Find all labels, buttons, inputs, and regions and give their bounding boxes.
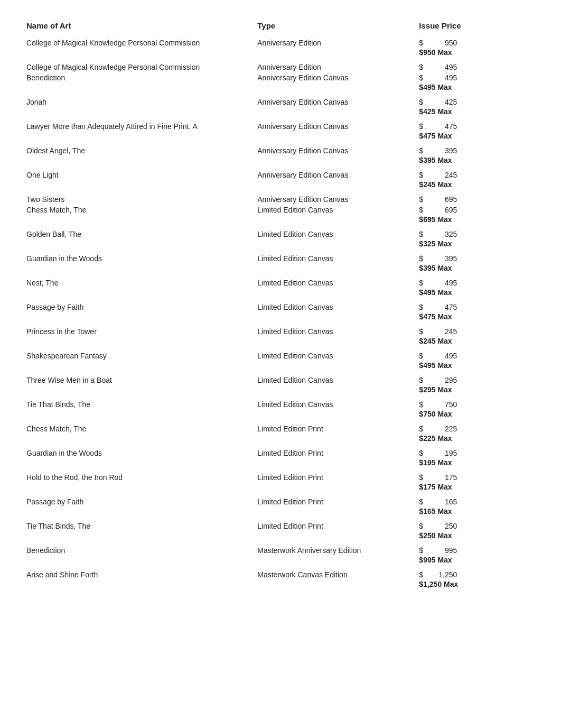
price-amount: 495	[431, 279, 457, 287]
price-amount: 950	[431, 39, 457, 47]
table-group: Guardian in the WoodsLimited Edition Pri…	[26, 448, 535, 467]
price-symbol: $	[419, 98, 425, 106]
table-group: Oldest Angel, TheAnniversary Edition Can…	[26, 145, 535, 164]
max-row: $750 Max	[26, 410, 535, 418]
price-symbol: $	[419, 73, 425, 82]
table-group: Three Wise Men in a BoatLimited Edition …	[26, 375, 535, 394]
art-type: Limited Edition Canvas	[257, 279, 419, 287]
max-label: $1,250 Max	[419, 580, 535, 588]
price-symbol: $	[419, 279, 425, 287]
price-symbol: $	[419, 352, 425, 360]
max-row: $325 Max	[26, 239, 535, 248]
max-label: $495 Max	[419, 361, 535, 370]
table-group: Passage by FaithLimited Edition Print$16…	[26, 496, 535, 515]
art-name: Tie That Binds, The	[26, 400, 257, 409]
price-cell: $995	[419, 546, 535, 555]
price-cell: $695	[419, 195, 535, 204]
table-group: Princess in the TowerLimited Edition Can…	[26, 326, 535, 345]
price-symbol: $	[419, 171, 425, 179]
price-cell: $195	[419, 449, 535, 457]
max-label: $395 Max	[419, 264, 535, 272]
price-amount: 395	[431, 146, 457, 155]
price-symbol: $	[419, 546, 425, 555]
header-type: Type	[257, 21, 419, 30]
art-name: One Light	[26, 171, 257, 179]
price-symbol: $	[419, 254, 425, 263]
max-label: $995 Max	[419, 556, 535, 564]
table-row: Hold to the Rod, the Iron RodLimited Edi…	[26, 472, 535, 483]
art-type: Anniversary Edition Canvas	[257, 146, 419, 155]
table-group: Two SistersAnniversary Edition Canvas$69…	[26, 194, 535, 224]
table-row: Lawyer More than Adequately Attired in F…	[26, 121, 535, 132]
price-cell: $495	[419, 73, 535, 82]
art-type: Anniversary Edition Canvas	[257, 73, 419, 82]
art-name: Chess Match, The	[26, 206, 257, 214]
table-body: College of Magical Knowledge Personal Co…	[26, 38, 535, 588]
art-type: Limited Edition Print	[257, 449, 419, 457]
max-row: $175 Max	[26, 483, 535, 491]
max-label: $495 Max	[419, 288, 535, 297]
max-label: $165 Max	[419, 507, 535, 515]
max-row: $995 Max	[26, 556, 535, 564]
art-name: Three Wise Men in a Boat	[26, 376, 257, 384]
table-row: Tie That Binds, TheLimited Edition Print…	[26, 521, 535, 531]
price-amount: 245	[431, 327, 457, 336]
art-name: Guardian in the Woods	[26, 254, 257, 263]
table-row: One LightAnniversary Edition Canvas$245	[26, 170, 535, 180]
price-amount: 225	[431, 425, 457, 433]
art-name: Tie That Binds, The	[26, 522, 257, 530]
max-label: $325 Max	[419, 239, 535, 248]
max-label: $695 Max	[419, 215, 535, 224]
art-type: Masterwork Canvas Edition	[257, 570, 419, 579]
price-symbol: $	[419, 63, 425, 71]
price-amount: 495	[431, 63, 457, 71]
price-cell: $325	[419, 230, 535, 238]
art-type: Limited Edition Print	[257, 425, 419, 433]
table-row: College of Magical Knowledge Personal Co…	[26, 62, 535, 72]
price-symbol: $	[419, 376, 425, 384]
max-label: $475 Max	[419, 312, 535, 321]
price-amount: 295	[431, 376, 457, 384]
price-symbol: $	[419, 400, 425, 409]
max-label: $475 Max	[419, 132, 535, 140]
price-cell: $245	[419, 171, 535, 179]
price-symbol: $	[419, 473, 425, 482]
price-symbol: $	[419, 146, 425, 155]
art-name: Jonah	[26, 98, 257, 106]
max-label: $250 Max	[419, 531, 535, 540]
art-type: Limited Edition Print	[257, 522, 419, 530]
price-cell: $750	[419, 400, 535, 409]
price-amount: 1,250	[431, 570, 457, 579]
price-symbol: $	[419, 303, 425, 311]
table-row: Passage by FaithLimited Edition Canvas$4…	[26, 302, 535, 312]
max-row: $425 Max	[26, 107, 535, 116]
price-symbol: $	[419, 122, 425, 131]
max-label: $175 Max	[419, 483, 535, 491]
art-name: Benediction	[26, 546, 257, 555]
table-group: Arise and Shine ForthMasterwork Canvas E…	[26, 569, 535, 588]
table-group: Hold to the Rod, the Iron RodLimited Edi…	[26, 472, 535, 491]
price-cell: $395	[419, 146, 535, 155]
price-amount: 195	[431, 449, 457, 457]
art-type: Anniversary Edition	[257, 63, 419, 71]
art-name: Chess Match, The	[26, 425, 257, 433]
table-row: BenedictionMasterwork Anniversary Editio…	[26, 545, 535, 556]
price-amount: 495	[431, 352, 457, 360]
table-row: Golden Ball, TheLimited Edition Canvas$3…	[26, 229, 535, 239]
price-cell: $425	[419, 98, 535, 106]
table-group: Chess Match, TheLimited Edition Print$22…	[26, 423, 535, 443]
price-amount: 475	[431, 303, 457, 311]
art-type: Limited Edition Canvas	[257, 376, 419, 384]
art-name: Benediction	[26, 73, 257, 82]
art-type: Limited Edition Canvas	[257, 303, 419, 311]
art-type: Anniversary Edition Canvas	[257, 122, 419, 131]
table-row: Passage by FaithLimited Edition Print$16…	[26, 496, 535, 507]
max-row: $295 Max	[26, 385, 535, 394]
art-name: Hold to the Rod, the Iron Rod	[26, 473, 257, 482]
art-type: Anniversary Edition Canvas	[257, 171, 419, 179]
max-row: $250 Max	[26, 531, 535, 540]
art-type: Limited Edition Print	[257, 497, 419, 506]
price-amount: 495	[431, 73, 457, 82]
table-group: Tie That Binds, TheLimited Edition Canva…	[26, 399, 535, 418]
table-row: Two SistersAnniversary Edition Canvas$69…	[26, 194, 535, 205]
